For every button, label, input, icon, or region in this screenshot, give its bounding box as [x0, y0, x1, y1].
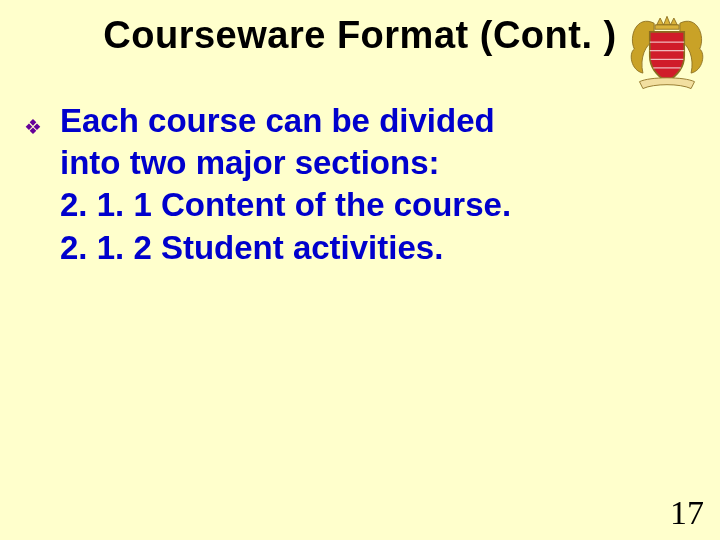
banner [639, 78, 694, 89]
crest-icon [624, 6, 710, 92]
crown [657, 16, 678, 25]
body-line-1: Each course can be divided [60, 100, 511, 142]
crown-band [655, 25, 679, 29]
body-block: ❖ Each course can be divided into two ma… [24, 100, 680, 269]
body-text: Each course can be divided into two majo… [60, 100, 511, 269]
body-line-3: 2. 1. 1 Content of the course. [60, 184, 511, 226]
shield [650, 32, 684, 82]
body-line-4: 2. 1. 2 Student activities. [60, 227, 511, 269]
slide: Courseware Format (Cont. ) ❖ Each course… [0, 0, 720, 540]
slide-title: Courseware Format (Cont. ) [0, 14, 720, 57]
diamond-bullet-icon: ❖ [24, 106, 42, 148]
page-number: 17 [670, 494, 704, 532]
body-line-2: into two major sections: [60, 142, 511, 184]
